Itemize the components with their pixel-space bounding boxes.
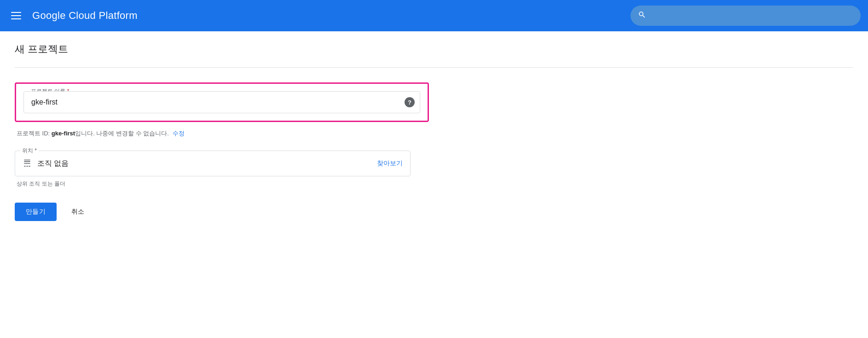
search-input[interactable] <box>651 12 853 20</box>
location-input-wrapper[interactable]: 조직 없음 찾아보기 <box>15 151 411 176</box>
app-header: Google Cloud Platform <box>0 0 868 31</box>
button-row: 만들기 취소 <box>15 203 429 221</box>
location-value: 조직 없음 <box>37 159 377 169</box>
page-title: 새 프로젝트 <box>15 42 853 56</box>
project-name-field-group: 프로젝트 이름 * ? <box>23 91 420 113</box>
location-hint: 상위 조직 또는 폴더 <box>15 180 429 188</box>
search-bar[interactable] <box>631 6 861 26</box>
organization-icon <box>23 159 32 168</box>
project-name-highlight-box: 프로젝트 이름 * ? <box>15 82 429 122</box>
main-content: 새 프로젝트 프로젝트 이름 * ? 프로젝트 ID: gke-first입니다… <box>0 31 868 232</box>
app-title: Google Cloud Platform <box>32 10 138 22</box>
create-button[interactable]: 만들기 <box>15 203 57 221</box>
browse-link[interactable]: 찾아보기 <box>377 159 403 168</box>
edit-project-id-link[interactable]: 수정 <box>173 130 185 137</box>
help-icon[interactable]: ? <box>405 97 415 107</box>
cancel-button[interactable]: 취소 <box>64 203 92 221</box>
form-container: 프로젝트 이름 * ? 프로젝트 ID: gke-first입니다. 나중에 변… <box>15 82 429 221</box>
location-field-group: 위치 * 조직 없음 찾아보기 <box>15 151 411 176</box>
project-id-value: gke-first <box>52 130 75 137</box>
hamburger-menu-icon[interactable] <box>7 8 25 23</box>
divider <box>15 67 853 68</box>
search-icon <box>638 11 646 21</box>
location-label: 위치 * <box>20 147 39 155</box>
project-name-input-wrapper: ? <box>23 91 420 113</box>
project-id-info: 프로젝트 ID: gke-first입니다. 나중에 변경할 수 없습니다.수정 <box>15 129 429 138</box>
project-name-input[interactable] <box>23 91 420 113</box>
